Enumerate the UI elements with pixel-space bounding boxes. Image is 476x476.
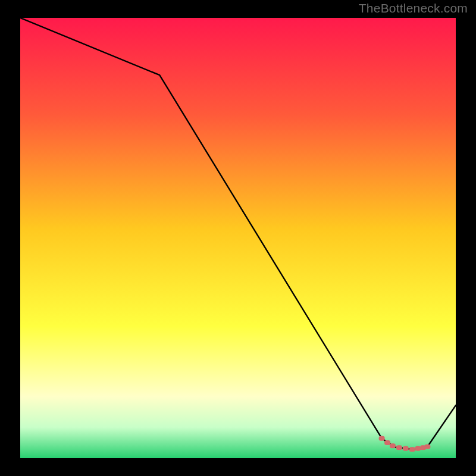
chart-svg xyxy=(20,18,456,458)
highlight-marker xyxy=(415,446,421,451)
highlight-marker xyxy=(403,446,409,451)
chart-stage: TheBottleneck.com xyxy=(0,0,476,476)
plot-area xyxy=(20,18,456,458)
highlight-marker xyxy=(424,444,430,449)
gradient-background xyxy=(20,18,456,458)
highlight-marker xyxy=(409,447,415,452)
highlight-marker xyxy=(379,436,385,441)
watermark-text: TheBottleneck.com xyxy=(359,1,468,15)
highlight-marker xyxy=(384,440,390,445)
highlight-marker xyxy=(390,443,396,448)
highlight-marker xyxy=(396,445,402,450)
